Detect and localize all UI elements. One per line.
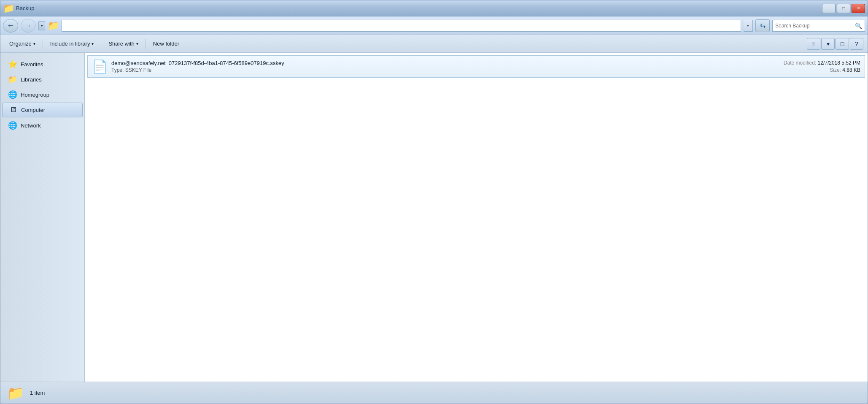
back-button[interactable]: ←	[3, 19, 18, 33]
forward-button[interactable]: →	[21, 19, 36, 33]
share-chevron-icon: ▾	[136, 41, 138, 46]
file-list: 📄 demo@sendsafely.net_0729137f-f85d-4ba1…	[85, 53, 868, 382]
window-title: Backup	[16, 5, 34, 11]
pane-toggle-button[interactable]: □	[836, 38, 849, 50]
homegroup-icon: 🌐	[8, 90, 17, 99]
view-buttons: ≡ ▾ □ ?	[807, 38, 863, 50]
explorer-window: 📁 Backup — □ ✕ ← → ▾ 📁 ▾ ⇆ 🔍 Organize ▾ …	[0, 0, 868, 404]
sidebar: ⭐ Favorites 📁 Libraries 🌐 Homegroup 🖥 Co…	[0, 53, 85, 382]
include-in-library-label: Include in library	[50, 41, 90, 47]
address-folder-icon: 📁	[48, 20, 59, 31]
maximize-button[interactable]: □	[837, 4, 850, 13]
sidebar-item-computer[interactable]: 🖥 Computer	[2, 103, 83, 117]
refresh-button[interactable]: ⇆	[755, 19, 770, 32]
type-label: Type:	[111, 67, 124, 73]
date-value: 12/7/2018 5:52 PM	[818, 60, 860, 66]
share-with-button[interactable]: Share with ▾	[104, 37, 143, 51]
share-with-label: Share with	[108, 41, 134, 47]
search-box: 🔍	[772, 20, 865, 32]
address-input[interactable]	[62, 20, 741, 32]
date-modified-row: Date modified: 12/7/2018 5:52 PM	[784, 60, 860, 66]
computer-label: Computer	[21, 107, 45, 113]
help-button[interactable]: ?	[850, 38, 863, 50]
network-icon: 🌐	[8, 121, 17, 130]
view-dropdown-icon: ▾	[827, 41, 830, 47]
computer-icon: 🖥	[8, 106, 18, 114]
include-chevron-icon: ▾	[92, 41, 94, 46]
homegroup-label: Homegroup	[21, 92, 49, 98]
help-icon: ?	[855, 41, 858, 47]
title-bar-left: 📁 Backup	[3, 3, 822, 14]
status-bar: 📁 1 item	[0, 382, 868, 404]
sidebar-item-network[interactable]: 🌐 Network	[2, 118, 83, 133]
status-folder-icon: 📁	[7, 385, 24, 401]
history-dropdown-button[interactable]: ▾	[38, 21, 45, 30]
toolbar-row: Organize ▾ Include in library ▾ Share wi…	[0, 35, 868, 53]
sidebar-item-libraries[interactable]: 📁 Libraries	[2, 72, 83, 87]
size-label: Size:	[830, 67, 841, 73]
list-view-button[interactable]: ≡	[807, 38, 820, 50]
file-info: demo@sendsafely.net_0729137f-f85d-4ba1-8…	[111, 60, 779, 73]
pane-icon: □	[841, 41, 844, 47]
file-type: Type: SSKEY File	[111, 67, 779, 73]
new-folder-button[interactable]: New folder	[148, 37, 184, 51]
minimize-button[interactable]: —	[822, 4, 836, 13]
search-input[interactable]	[775, 23, 853, 29]
content-area: 📄 demo@sendsafely.net_0729137f-f85d-4ba1…	[85, 53, 868, 382]
file-meta: Date modified: 12/7/2018 5:52 PM Size: 4…	[784, 60, 860, 73]
title-bar: 📁 Backup — □ ✕	[0, 0, 868, 16]
organize-button[interactable]: Organize ▾	[5, 37, 40, 51]
main-area: ⭐ Favorites 📁 Libraries 🌐 Homegroup 🖥 Co…	[0, 53, 868, 382]
file-name: demo@sendsafely.net_0729137f-f85d-4ba1-8…	[111, 60, 779, 66]
file-icon: 📄	[92, 59, 107, 74]
address-bar-row: ← → ▾ 📁 ▾ ⇆ 🔍	[0, 16, 868, 35]
view-dropdown-button[interactable]: ▾	[821, 38, 835, 50]
status-item-count: 1 item	[30, 390, 45, 396]
organize-chevron-icon: ▾	[33, 41, 35, 46]
organize-label: Organize	[9, 41, 32, 47]
network-label: Network	[21, 122, 41, 129]
list-view-icon: ≡	[812, 41, 815, 47]
title-bar-icon: 📁	[3, 3, 14, 14]
favorites-label: Favorites	[21, 61, 43, 68]
type-value: SSKEY File	[125, 67, 151, 73]
favorites-icon: ⭐	[8, 60, 17, 69]
include-in-library-button[interactable]: Include in library ▾	[46, 37, 99, 51]
window-controls: — □ ✕	[822, 4, 865, 13]
sidebar-item-favorites[interactable]: ⭐ Favorites	[2, 57, 83, 71]
date-label: Date modified:	[784, 60, 816, 66]
new-folder-label: New folder	[153, 41, 179, 47]
sidebar-item-homegroup[interactable]: 🌐 Homegroup	[2, 87, 83, 102]
toolbar-separator-2	[101, 39, 101, 49]
libraries-icon: 📁	[8, 75, 17, 84]
table-row[interactable]: 📄 demo@sendsafely.net_0729137f-f85d-4ba1…	[87, 55, 865, 78]
libraries-label: Libraries	[21, 76, 42, 83]
size-row: Size: 4.88 KB	[784, 67, 860, 73]
toolbar-separator-3	[146, 39, 146, 49]
size-value: 4.88 KB	[842, 67, 860, 73]
address-dropdown-arrow[interactable]: ▾	[744, 20, 753, 32]
close-button[interactable]: ✕	[852, 4, 865, 13]
search-icon: 🔍	[855, 22, 862, 29]
toolbar-separator-1	[43, 39, 43, 49]
